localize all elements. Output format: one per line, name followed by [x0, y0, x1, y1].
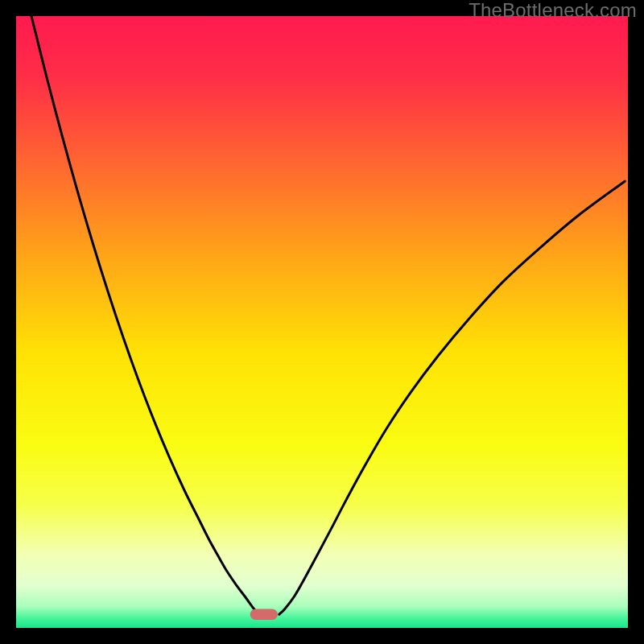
chart-frame — [16, 16, 628, 628]
gradient-background — [16, 16, 628, 628]
watermark-text: TheBottleneck.com — [469, 0, 637, 20]
bottleneck-chart — [16, 16, 628, 628]
bottleneck-marker — [250, 609, 278, 620]
